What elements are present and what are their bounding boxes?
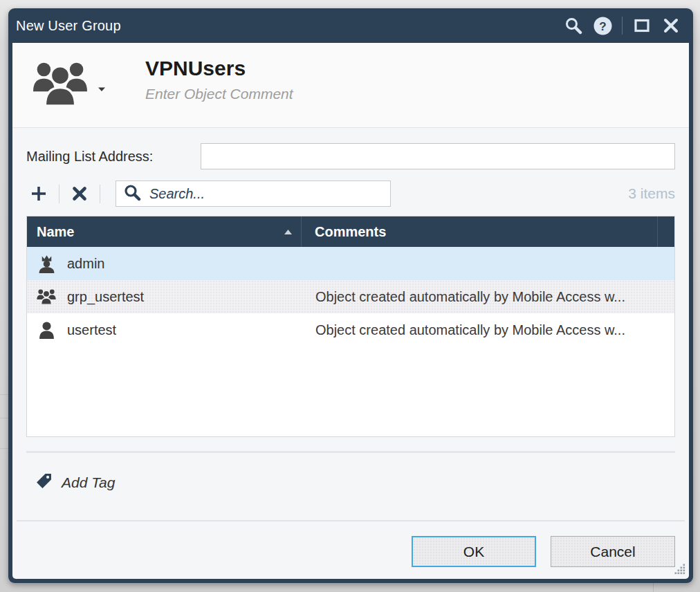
add-tag-button[interactable]: Add Tag — [26, 473, 675, 492]
object-comment-field[interactable]: Enter Object Comment — [145, 86, 293, 102]
member-name: grp_usertest — [67, 289, 144, 305]
search-icon — [124, 184, 141, 204]
member-comment: Object created automatically by Mobile A… — [302, 289, 674, 305]
ok-button[interactable]: OK — [412, 536, 536, 567]
footer: OK Cancel — [26, 521, 675, 579]
sort-ascending-icon — [284, 229, 293, 235]
maximize-icon[interactable] — [631, 15, 653, 37]
background-artifact — [653, 582, 654, 592]
items-count: 3 items — [628, 185, 675, 202]
tag-icon — [36, 473, 52, 492]
titlebar-separator — [622, 17, 623, 35]
toolbar-separator — [59, 185, 59, 203]
new-user-group-dialog: New User Group ? — [8, 8, 693, 583]
add-member-button[interactable] — [26, 181, 51, 206]
dialog-content: VPNUsers Enter Object Comment Mailing Li… — [12, 43, 689, 579]
window-title: New User Group — [16, 18, 121, 34]
member-name: admin — [67, 256, 104, 272]
scrollbar-column — [658, 216, 674, 247]
cancel-button[interactable]: Cancel — [551, 536, 675, 567]
toolbar-separator — [100, 185, 100, 203]
object-header: VPNUsers Enter Object Comment — [12, 43, 689, 128]
help-icon[interactable]: ? — [591, 15, 614, 37]
object-name-field[interactable]: VPNUsers — [145, 57, 293, 80]
resize-grip[interactable] — [672, 562, 686, 575]
members-toolbar: 3 items — [26, 180, 675, 207]
table-header: Name Comments — [27, 216, 674, 247]
search-box[interactable] — [116, 181, 391, 207]
add-tag-label: Add Tag — [62, 474, 115, 491]
table-row-admin[interactable]: admin — [27, 247, 674, 280]
mailing-list-label: Mailing List Address: — [26, 149, 201, 165]
member-name: usertest — [67, 322, 116, 338]
svg-text:?: ? — [599, 19, 606, 33]
column-header-name[interactable]: Name — [27, 216, 302, 247]
column-header-comments[interactable]: Comments — [302, 216, 658, 247]
user-group-icon — [36, 288, 57, 305]
search-icon[interactable] — [562, 15, 584, 37]
remove-member-button[interactable] — [67, 181, 92, 206]
member-comment: Object created automatically by Mobile A… — [302, 322, 674, 338]
admin-user-icon — [36, 255, 57, 273]
close-icon[interactable] — [660, 15, 682, 37]
section-divider — [26, 451, 675, 453]
titlebar[interactable]: New User Group ? — [8, 8, 693, 43]
table-row-grp-usertest[interactable]: grp_usertest Object created automaticall… — [27, 280, 674, 313]
user-group-icon — [33, 60, 88, 110]
members-table: Name Comments — [26, 216, 675, 437]
mailing-list-input[interactable] — [201, 143, 675, 169]
table-row-usertest[interactable]: usertest Object created automatically by… — [27, 313, 674, 346]
dialog-body: Mailing List Address: 3 item — [12, 128, 689, 579]
icon-picker-caret-icon[interactable] — [98, 82, 106, 95]
user-icon — [36, 322, 57, 339]
search-input[interactable] — [149, 186, 383, 202]
